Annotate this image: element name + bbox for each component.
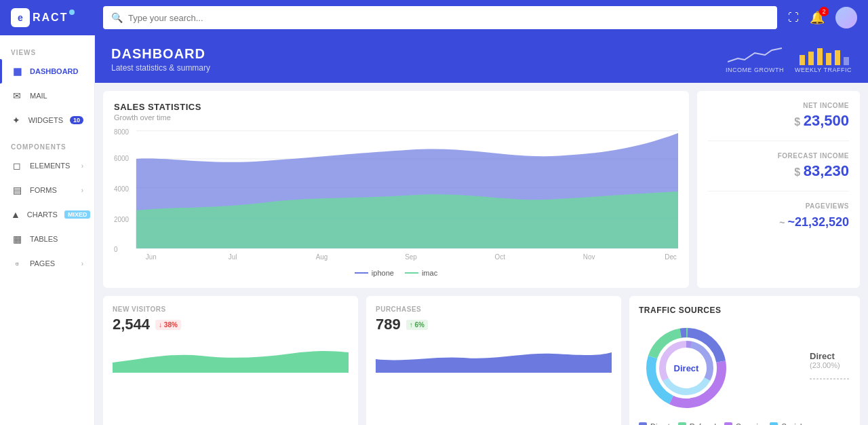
- organic-label: Organic: [736, 422, 762, 425]
- svg-text:0: 0: [114, 246, 118, 253]
- sidebar-item-forms[interactable]: ▤ FORMS ›: [0, 178, 94, 202]
- notification-icon[interactable]: 🔔 2: [810, 10, 825, 25]
- new-visitors-chart: [113, 339, 349, 373]
- income-growth-label: INCOME GROWTH: [726, 67, 784, 73]
- donut-area: Direct Direct (23.00%): [639, 320, 850, 415]
- sidebar-item-mail[interactable]: ✉ MAIL: [0, 84, 94, 108]
- legend-imac-label: imac: [422, 269, 437, 277]
- sidebar-item-tables[interactable]: ▦ TABLES: [0, 227, 94, 251]
- purchases-value: 789 ↑ 6%: [376, 316, 612, 333]
- donut-center-label: Direct: [674, 363, 699, 373]
- sidebar-item-elements[interactable]: ◻ ELEMENTS ›: [0, 153, 94, 178]
- charts-icon: ▲: [11, 208, 20, 221]
- weekly-traffic-widget[interactable]: WEEKLY TRAFFIC: [795, 45, 852, 73]
- new-visitors-value: 2,544 ↓ 38%: [113, 316, 349, 333]
- sidebar-item-label: TABLES: [30, 235, 58, 243]
- views-label: VIEWS: [0, 43, 94, 59]
- sidebar-item-label: FORMS: [30, 186, 57, 194]
- pageviews-block: PAGEVIEWS ~ ~21,32,520: [708, 202, 849, 230]
- purchases-badge: ↑ 6%: [406, 320, 428, 330]
- donut-chart: Direct: [639, 320, 734, 415]
- income-growth-widget[interactable]: INCOME GROWTH: [726, 45, 784, 73]
- search-bar[interactable]: 🔍: [103, 6, 777, 29]
- search-icon: 🔍: [111, 12, 123, 23]
- legend-social: Social: [770, 422, 802, 425]
- sidebar-item-widgets[interactable]: ✦ WIDGETS 10: [0, 108, 94, 132]
- dashboard-title-block: DASHBOARD Latest statistics & summary: [111, 46, 210, 73]
- new-visitors-badge: ↓ 38%: [155, 320, 181, 330]
- components-label: COMPONENTS: [0, 138, 94, 153]
- pages-icon: ▫: [11, 257, 23, 270]
- app-logo[interactable]: e RACT: [11, 8, 92, 27]
- svg-rect-1: [808, 52, 814, 65]
- organic-color: [724, 422, 732, 425]
- callout-name: Direct: [810, 351, 835, 361]
- stats-area: SALES STATISTICS Growth over time 8000 6…: [95, 83, 868, 296]
- chart-legend: iphone imac: [114, 269, 678, 277]
- sales-chart-container: 8000 6000 4000 2000 0: [114, 127, 678, 263]
- sidebar-item-label: MAIL: [30, 92, 47, 100]
- chevron-icon: ›: [81, 162, 83, 170]
- tables-icon: ▦: [11, 233, 23, 245]
- legend-imac: imac: [405, 269, 437, 277]
- weekly-traffic-label: WEEKLY TRAFFIC: [795, 67, 852, 73]
- purchases-label: PURCHASES: [376, 306, 612, 313]
- purchases-card: PURCHASES 789 ↑ 6%: [366, 296, 621, 425]
- logo-text: RACT: [33, 12, 68, 24]
- avatar[interactable]: [835, 7, 857, 29]
- top-header: e RACT 🔍 ⛶ 🔔 2: [0, 0, 868, 35]
- net-income-value: $ 23,500: [708, 112, 849, 130]
- forms-icon: ▤: [11, 184, 23, 196]
- new-visitors-label: NEW VISITORS: [113, 306, 349, 313]
- svg-rect-5: [844, 57, 849, 65]
- referral-color: [678, 422, 686, 425]
- svg-text:Jun: Jun: [146, 253, 157, 261]
- legend-organic: Organic: [724, 422, 762, 425]
- sidebar-item-dashboard[interactable]: ▦ DASHBOARD: [0, 59, 94, 84]
- sidebar-item-charts[interactable]: ▲ CHARTS MIXED: [0, 202, 94, 227]
- legend-iphone-color: [355, 272, 368, 274]
- right-stats-panel: NET INCOME $ 23,500 FORECAST INCOME $ 83…: [697, 91, 860, 288]
- svg-rect-0: [800, 55, 805, 65]
- donut-callout: Direct (23.00%): [810, 351, 850, 386]
- dashboard-subtitle: Latest statistics & summary: [111, 63, 210, 73]
- legend-referral: Referral: [678, 422, 716, 425]
- sales-card-title: SALES STATISTICS: [114, 102, 678, 112]
- svg-text:Dec: Dec: [665, 253, 677, 261]
- sidebar-item-label: WIDGETS: [28, 116, 63, 124]
- dashboard-widgets: INCOME GROWTH WEEKLY TRAFFIC: [726, 45, 852, 73]
- traffic-sources-title: TRAFFIC SOURCES: [639, 306, 850, 315]
- new-visitors-card: NEW VISITORS 2,544 ↓ 38%: [103, 296, 358, 425]
- pageviews-value: ~ ~21,32,520: [708, 212, 849, 230]
- main-layout: VIEWS ▦ DASHBOARD ✉ MAIL ✦ WIDGETS 10 CO…: [0, 35, 868, 425]
- forecast-income-value: $ 83,230: [708, 162, 849, 180]
- net-income-label: NET INCOME: [708, 102, 849, 109]
- svg-rect-2: [817, 48, 823, 65]
- forecast-income-block: FORECAST INCOME $ 83,230: [708, 152, 849, 191]
- legend-iphone-label: iphone: [372, 269, 394, 277]
- svg-text:Oct: Oct: [495, 253, 506, 261]
- svg-text:2000: 2000: [114, 216, 129, 223]
- direct-label: Direct: [650, 422, 670, 425]
- header-actions: ⛶ 🔔 2: [788, 7, 857, 29]
- svg-rect-3: [826, 53, 831, 65]
- expand-icon[interactable]: ⛶: [788, 12, 799, 24]
- sidebar-item-pages[interactable]: ▫ PAGES ›: [0, 251, 94, 276]
- social-label: Social: [781, 422, 802, 425]
- widgets-icon: ✦: [11, 114, 22, 126]
- callout-pct: (23.00%): [810, 361, 840, 369]
- elements-icon: ◻: [11, 160, 23, 172]
- sales-card-subtitle: Growth over time: [114, 113, 678, 122]
- svg-text:Aug: Aug: [316, 253, 328, 261]
- legend-imac-color: [405, 272, 418, 274]
- notification-badge: 2: [819, 7, 829, 16]
- svg-text:Sep: Sep: [405, 253, 417, 261]
- sidebar-item-label: DASHBOARD: [30, 67, 79, 75]
- social-color: [770, 422, 778, 425]
- svg-text:Nov: Nov: [583, 253, 595, 261]
- svg-text:6000: 6000: [114, 155, 129, 162]
- search-input[interactable]: [128, 13, 769, 23]
- chevron-icon: ›: [81, 260, 83, 267]
- sales-card: SALES STATISTICS Growth over time 8000 6…: [103, 91, 689, 288]
- chevron-icon: ›: [81, 187, 83, 194]
